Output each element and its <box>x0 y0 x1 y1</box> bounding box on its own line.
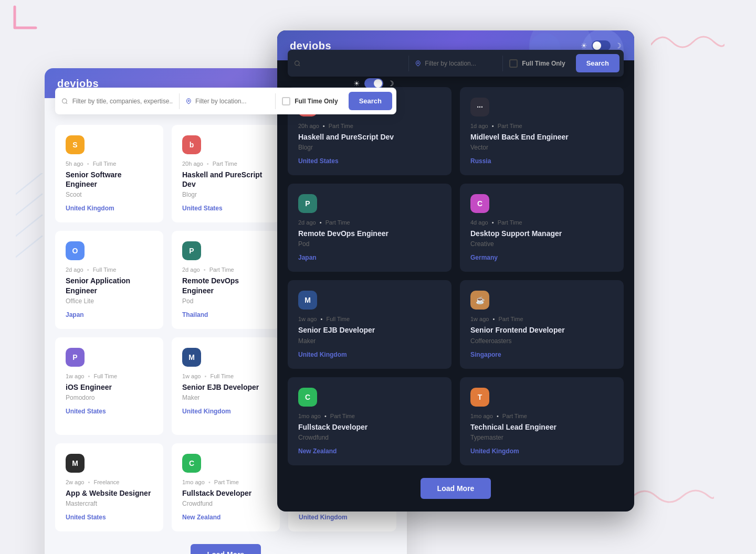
job-type: Freelance <box>93 479 119 485</box>
job-card-dark-6[interactable]: ☕ 1w ago • Part Time Senior Frontend Dev… <box>460 280 624 368</box>
job-location: United Kingdom <box>66 205 153 212</box>
company-name: Maker <box>298 337 441 345</box>
job-meta: 20h ago • Part Time <box>182 161 269 167</box>
job-location: New Zealand <box>182 514 269 521</box>
toggle-knob-light <box>374 79 382 88</box>
job-time: 20h ago <box>298 123 319 129</box>
search-title-input-dark[interactable] <box>305 60 402 67</box>
job-card-light-8[interactable]: M 1w ago • Full Time Senior EJB Develope… <box>172 337 280 435</box>
company-name: Blogr <box>182 191 269 198</box>
company-name: Typemaster <box>470 434 613 441</box>
search-button-light[interactable]: Search <box>349 92 392 110</box>
job-card-light-10[interactable]: M 2w ago • Freelance App & Website Desig… <box>55 443 163 531</box>
job-card-light-2[interactable]: b 20h ago • Part Time Haskell and PureSc… <box>172 125 280 222</box>
dot-sep: • <box>324 413 327 419</box>
job-card-dark-2[interactable]: ··· 1d ago • Part Time Midlevel Back End… <box>460 87 624 175</box>
sun-icon-dark: ☀ <box>581 41 587 50</box>
job-card-dark-3[interactable]: P 2d ago • Part Time Remote DevOps Engin… <box>288 184 452 272</box>
job-card-light-7[interactable]: P 1w ago • Full Time iOS Engineer Pomodo… <box>55 337 163 435</box>
company-logo: M <box>182 348 201 367</box>
search-button-dark[interactable]: Search <box>576 54 620 72</box>
company-logo: P <box>66 348 85 367</box>
job-location: Thailand <box>182 311 269 318</box>
fulltime-checkbox-dark[interactable] <box>509 59 518 68</box>
job-type: Part Time <box>502 413 527 419</box>
bg-lines-left <box>16 173 47 278</box>
job-card-dark-4[interactable]: C 4d ago • Part Time Desktop Support Man… <box>460 184 624 272</box>
job-type: Part Time <box>498 123 522 129</box>
job-meta: 1w ago • Full Time <box>66 373 153 379</box>
job-time: 1mo ago <box>470 413 493 419</box>
job-location: United States <box>182 205 269 212</box>
job-grid-dark: b 20h ago • Part Time Haskell and PureSc… <box>277 77 634 478</box>
job-type: Full Time <box>93 161 117 167</box>
company-logo: ··· <box>470 98 489 116</box>
job-meta: 1mo ago • Part Time <box>298 413 441 419</box>
search-location-input-dark[interactable] <box>425 60 496 67</box>
theme-controls-dark: ☀ ☽ <box>581 40 622 51</box>
load-more-wrap-dark: Load More <box>277 478 634 512</box>
job-card-dark-5[interactable]: M 1w ago • Full Time Senior EJB Develope… <box>288 280 452 368</box>
job-meta: 2d ago • Part Time <box>182 267 269 273</box>
dot-sep: • <box>208 479 211 485</box>
company-name: Crowdfund <box>182 500 269 507</box>
bg-wave-bottom <box>630 481 714 512</box>
location-icon-light <box>186 98 192 105</box>
job-title: Senior EJB Developer <box>182 382 269 392</box>
job-card-light-1[interactable]: S 5h ago • Full Time Senior Software Eng… <box>55 125 163 222</box>
job-time: 20h ago <box>182 161 203 167</box>
load-more-button-light[interactable]: Load More <box>191 544 261 554</box>
dot-sep: • <box>497 413 499 419</box>
job-type: Part Time <box>498 219 522 226</box>
job-title: Midlevel Back End Engineer <box>470 132 613 142</box>
search-title-input[interactable] <box>72 98 173 105</box>
company-logo: T <box>470 388 489 407</box>
fulltime-checkbox-light[interactable] <box>282 97 290 105</box>
company-logo: P <box>298 194 317 213</box>
job-type: Part Time <box>209 267 234 273</box>
company-logo: M <box>298 291 317 310</box>
job-card-dark-8[interactable]: T 1mo ago • Part Time Technical Lead Eng… <box>460 377 624 465</box>
job-card-dark-7[interactable]: C 1mo ago • Part Time Fullstack Develope… <box>288 377 452 465</box>
theme-controls-light: ☀ ☽ <box>353 78 394 89</box>
job-title: Haskell and PureScript Dev <box>182 170 269 189</box>
dot-sep: • <box>321 316 323 322</box>
job-location: Japan <box>66 311 153 318</box>
search-location-input[interactable] <box>195 98 269 105</box>
job-meta: 1w ago • Part Time <box>470 316 613 322</box>
moon-icon-dark: ☽ <box>615 41 622 50</box>
dot-sep: • <box>87 267 89 273</box>
job-card-light-4[interactable]: O 2d ago • Full Time Senior Application … <box>55 231 163 328</box>
dot-sep: • <box>207 161 209 167</box>
job-location: United Kingdom <box>299 514 386 521</box>
job-type: Part Time <box>326 219 350 226</box>
theme-toggle-dark[interactable] <box>592 40 611 51</box>
theme-toggle-light[interactable] <box>364 78 383 89</box>
dot-sep: • <box>493 316 495 322</box>
job-location: United Kingdom <box>182 408 269 415</box>
job-location: New Zealand <box>298 448 441 455</box>
company-logo: O <box>66 241 85 260</box>
job-time: 1mo ago <box>298 413 321 419</box>
job-time: 1w ago <box>298 316 317 322</box>
job-location: United States <box>66 408 153 415</box>
dot-sep: • <box>87 161 89 167</box>
job-type: Full Time <box>210 373 234 379</box>
search-title-section <box>55 92 179 110</box>
dot-sep: • <box>492 123 494 129</box>
company-name: Pomodoro <box>66 394 153 401</box>
dot-sep: • <box>323 123 325 129</box>
job-type: Part Time <box>214 479 239 485</box>
job-card-light-11[interactable]: C 1mo ago • Part Time Fullstack Develope… <box>172 443 280 531</box>
job-meta: 20h ago • Part Time <box>298 123 441 129</box>
company-name: Scoot <box>66 191 153 198</box>
job-title: Technical Lead Engineer <box>470 422 613 432</box>
job-card-light-5[interactable]: P 2d ago • Part Time Remote DevOps Engin… <box>172 231 280 328</box>
svg-line-3 <box>16 236 42 257</box>
job-title: Fullstack Developer <box>298 422 441 432</box>
job-title: Remote DevOps Engineer <box>182 276 269 295</box>
job-meta: 1w ago • Full Time <box>298 316 441 322</box>
load-more-button-dark[interactable]: Load More <box>421 478 491 499</box>
company-name: Pod <box>182 297 269 305</box>
company-logo: C <box>470 194 489 213</box>
